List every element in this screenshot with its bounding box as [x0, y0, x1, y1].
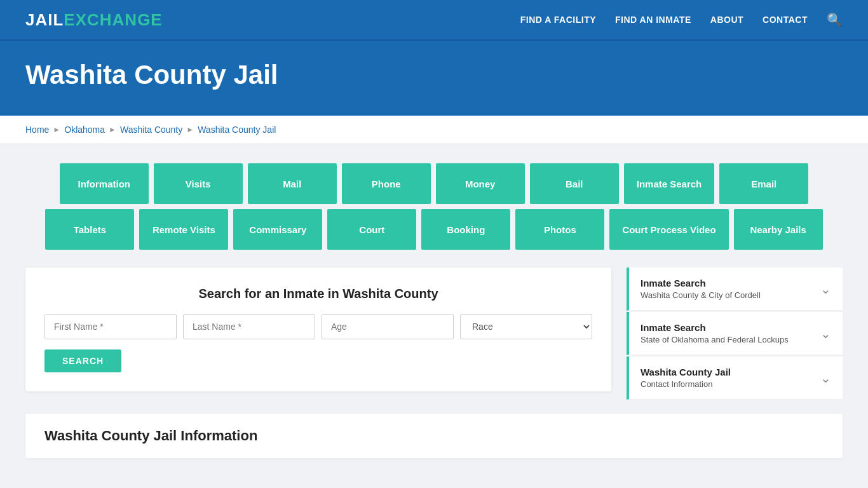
sidebar-item-state-subtitle: State of Oklahoma and Federal Lockups — [641, 335, 789, 344]
chevron-down-icon: ⌄ — [820, 281, 831, 297]
hero-section: Washita County Jail — [0, 41, 868, 116]
sidebar-item-state-title: Inmate Search — [641, 322, 789, 333]
content-row: Search for an Inmate in Washita County R… — [25, 268, 843, 401]
tile-court[interactable]: Court — [327, 209, 416, 250]
sidebar-item-local-search[interactable]: Inmate Search Washita County & City of C… — [627, 268, 843, 311]
breadcrumb-current: Washita County Jail — [198, 125, 276, 135]
tile-grid: Information Visits Mail Phone Money Bail… — [25, 163, 843, 250]
tile-email[interactable]: Email — [719, 163, 808, 204]
breadcrumb-home[interactable]: Home — [25, 125, 49, 135]
breadcrumb: Home ► Oklahoma ► Washita County ► Washi… — [0, 116, 868, 144]
sidebar-item-contact-title: Washita County Jail — [641, 367, 731, 377]
tile-inmate-search[interactable]: Inmate Search — [624, 163, 715, 204]
site-logo[interactable]: JAILEXCHANGE — [25, 10, 163, 30]
breadcrumb-sep-3: ► — [186, 125, 194, 134]
logo-part2: EXCHANGE — [64, 10, 162, 29]
sidebar-item-state-text: Inmate Search State of Oklahoma and Fede… — [641, 322, 789, 344]
tile-tablets[interactable]: Tablets — [45, 209, 134, 250]
tile-bail[interactable]: Bail — [530, 163, 619, 204]
last-name-input[interactable] — [183, 314, 315, 339]
tile-remote-visits[interactable]: Remote Visits — [139, 209, 228, 250]
logo-part1: JAIL — [25, 10, 64, 29]
navigation: JAILEXCHANGE FIND A FACILITY FIND AN INM… — [0, 0, 868, 41]
breadcrumb-washita-county[interactable]: Washita County — [120, 125, 182, 135]
tile-information[interactable]: Information — [60, 163, 149, 204]
sidebar-item-contact-text: Washita County Jail Contact Information — [641, 367, 731, 389]
jail-info-section: Washita County Jail Information — [25, 414, 843, 458]
race-select[interactable]: Race — [460, 314, 592, 339]
nav-links: FIND A FACILITY FIND AN INMATE ABOUT CON… — [520, 12, 843, 27]
breadcrumb-oklahoma[interactable]: Oklahoma — [64, 125, 105, 135]
sidebar-item-contact-info[interactable]: Washita County Jail Contact Information … — [627, 356, 843, 400]
breadcrumb-sep-2: ► — [109, 125, 116, 134]
nav-about[interactable]: ABOUT — [710, 15, 743, 25]
search-icon[interactable]: 🔍 — [827, 12, 843, 27]
tile-visits[interactable]: Visits — [154, 163, 243, 204]
jail-info-heading: Washita County Jail Information — [44, 428, 824, 444]
sidebar: Inmate Search Washita County & City of C… — [627, 268, 843, 401]
search-panel-title: Search for an Inmate in Washita County — [44, 287, 592, 301]
tile-court-process-video[interactable]: Court Process Video — [609, 209, 728, 250]
nav-find-inmate[interactable]: FIND AN INMATE — [615, 15, 691, 25]
sidebar-item-local-title: Inmate Search — [641, 278, 761, 288]
sidebar-item-local-text: Inmate Search Washita County & City of C… — [641, 278, 761, 300]
tile-mail[interactable]: Mail — [248, 163, 337, 204]
search-panel: Search for an Inmate in Washita County R… — [25, 268, 611, 391]
main-content: Information Visits Mail Phone Money Bail… — [0, 144, 868, 477]
tile-money[interactable]: Money — [436, 163, 525, 204]
nav-contact[interactable]: CONTACT — [763, 15, 808, 25]
tile-phone[interactable]: Phone — [342, 163, 431, 204]
search-button[interactable]: SEARCH — [44, 349, 121, 372]
page-title: Washita County Jail — [25, 60, 843, 90]
chevron-down-icon-2: ⌄ — [820, 326, 831, 341]
search-fields: Race — [44, 314, 592, 339]
tile-nearby-jails[interactable]: Nearby Jails — [734, 209, 823, 250]
tile-photos[interactable]: Photos — [515, 209, 604, 250]
nav-find-facility[interactable]: FIND A FACILITY — [520, 15, 596, 25]
sidebar-item-contact-subtitle: Contact Information — [641, 379, 731, 389]
sidebar-item-local-subtitle: Washita County & City of Cordell — [641, 290, 761, 300]
age-input[interactable] — [322, 314, 454, 339]
breadcrumb-sep-1: ► — [53, 125, 60, 134]
tile-commissary[interactable]: Commissary — [233, 209, 322, 250]
first-name-input[interactable] — [44, 314, 177, 339]
tile-booking[interactable]: Booking — [421, 209, 510, 250]
chevron-down-icon-3: ⌄ — [820, 370, 831, 386]
sidebar-item-state-search[interactable]: Inmate Search State of Oklahoma and Fede… — [627, 312, 843, 355]
